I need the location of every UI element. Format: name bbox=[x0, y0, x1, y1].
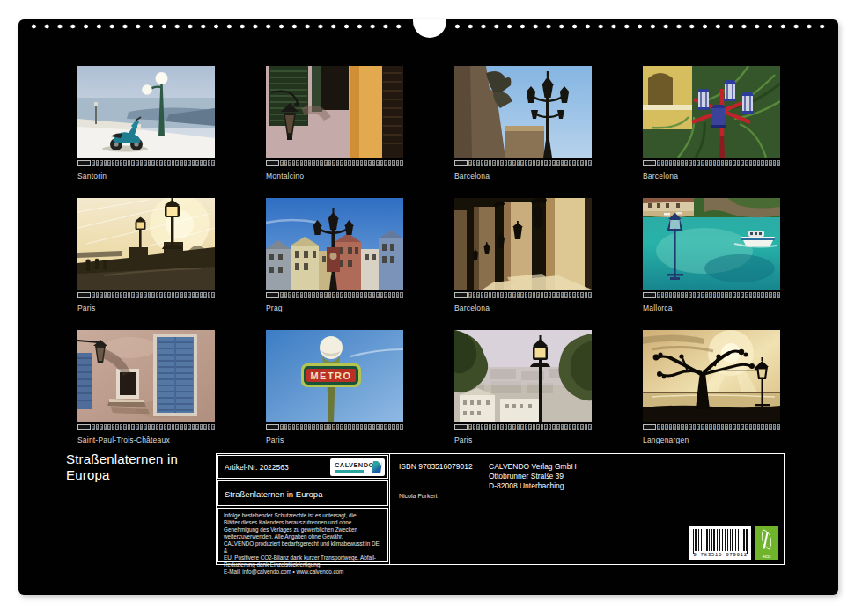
mini-calendar-day: 27 bbox=[384, 292, 387, 298]
mini-calendar-day: 10 bbox=[693, 160, 697, 166]
mini-calendar-day: 4 bbox=[481, 424, 484, 430]
mini-calendar-day: 1 bbox=[280, 292, 284, 298]
mini-calendar-day: 27 bbox=[195, 160, 199, 166]
mini-calendar-day: 19 bbox=[541, 160, 544, 166]
mini-calendar-day: 7 bbox=[492, 424, 496, 430]
mini-calendar-day: 4 bbox=[481, 292, 484, 298]
mini-calendar-day: 11 bbox=[508, 292, 512, 298]
mini-calendar-day: 22 bbox=[741, 292, 744, 298]
mini-calendar-month-box bbox=[266, 292, 279, 298]
mini-calendar-day: 6 bbox=[489, 424, 492, 430]
mini-calendar-day: 23 bbox=[180, 160, 183, 166]
mini-calendar-day: 22 bbox=[552, 292, 556, 298]
mini-calendar-day: 26 bbox=[757, 292, 761, 298]
mini-calendar-day: 18 bbox=[348, 292, 351, 298]
mini-calendar-day: 15 bbox=[525, 160, 528, 166]
mini-calendar-day: 31 bbox=[400, 292, 403, 298]
mini-calendar-day: 13 bbox=[705, 424, 709, 430]
mini-calendar-day: 14 bbox=[520, 292, 524, 298]
mini-calendar-day: 14 bbox=[144, 160, 147, 166]
mini-calendar: 1234567891011121314151617181920212223242… bbox=[643, 160, 780, 166]
mini-calendar-day: 13 bbox=[328, 424, 332, 430]
mini-calendar-day: 28 bbox=[765, 160, 769, 166]
mini-calendar-day: 28 bbox=[577, 424, 580, 430]
mini-calendar-day: 22 bbox=[175, 424, 179, 430]
mini-calendar-day: 9 bbox=[689, 424, 692, 430]
eco-label: eco bbox=[755, 554, 778, 559]
mini-calendar-day: 26 bbox=[757, 424, 761, 430]
mini-calendar-day: 21 bbox=[360, 160, 364, 166]
mini-calendar-day: 24 bbox=[749, 424, 753, 430]
mini-calendar: 1234567891011121314151617181920212223242… bbox=[77, 424, 215, 430]
mini-calendar-day: 4 bbox=[292, 424, 296, 430]
ean-barcode: 9 783516 079012 bbox=[689, 526, 751, 560]
mini-calendar-day: 7 bbox=[681, 292, 684, 298]
mini-calendar-day: 4 bbox=[292, 292, 296, 298]
mini-calendar-day: 13 bbox=[705, 160, 709, 166]
mini-calendar-day: 11 bbox=[320, 160, 323, 166]
mini-calendar-day: 24 bbox=[561, 424, 564, 430]
mini-calendar-day: 29 bbox=[580, 292, 584, 298]
mini-calendar-day: 10 bbox=[505, 292, 508, 298]
mini-calendar-day: 22 bbox=[741, 424, 744, 430]
mini-calendar-day: 20 bbox=[733, 424, 736, 430]
mini-calendar-day: 31 bbox=[588, 424, 592, 430]
mini-calendar-day: 29 bbox=[580, 160, 584, 166]
mini-calendar-day: 27 bbox=[761, 292, 764, 298]
mini-calendar-day: 14 bbox=[332, 160, 335, 166]
mini-calendar-day: 19 bbox=[164, 424, 167, 430]
mini-calendar-day: 10 bbox=[128, 160, 131, 166]
mini-calendar-day: 26 bbox=[192, 424, 195, 430]
mini-calendar-day: 9 bbox=[123, 292, 127, 298]
mini-calendar-day: 6 bbox=[112, 424, 115, 430]
mini-calendar-month-box bbox=[643, 424, 656, 430]
mini-calendar-day: 17 bbox=[156, 160, 159, 166]
product-title: Straßenlaternen in Europa bbox=[225, 489, 322, 499]
mini-calendar-day: 28 bbox=[577, 160, 580, 166]
mini-calendar-day: 25 bbox=[188, 292, 191, 298]
mini-calendar-day: 18 bbox=[725, 424, 728, 430]
mini-calendar-day: 21 bbox=[737, 292, 741, 298]
mini-calendar-day: 24 bbox=[184, 292, 188, 298]
mini-calendar-day: 5 bbox=[484, 160, 488, 166]
eco-logo: eco bbox=[755, 526, 778, 560]
mini-calendar-day: 11 bbox=[697, 424, 700, 430]
mini-calendar-day: 16 bbox=[340, 424, 343, 430]
mini-calendar-day: 29 bbox=[392, 424, 395, 430]
mini-calendar-day: 4 bbox=[669, 160, 673, 166]
mini-calendar-day: 3 bbox=[476, 292, 480, 298]
mini-calendar-day: 1 bbox=[280, 424, 284, 430]
mini-calendar-day: 21 bbox=[549, 292, 552, 298]
calvendo-calendar-icon bbox=[372, 461, 382, 473]
mini-calendar-day: 7 bbox=[304, 160, 307, 166]
mini-calendar-day: 13 bbox=[705, 292, 709, 298]
mini-calendar-day: 6 bbox=[300, 160, 304, 166]
mini-calendar-day: 17 bbox=[156, 424, 159, 430]
mini-calendar-day: 24 bbox=[184, 424, 188, 430]
mini-calendar-day: 1 bbox=[92, 292, 95, 298]
mini-calendar-day: 13 bbox=[328, 160, 332, 166]
mini-calendar-day: 22 bbox=[364, 292, 367, 298]
mini-calendar-day: 21 bbox=[737, 160, 741, 166]
mini-calendar-day: 11 bbox=[508, 160, 512, 166]
legal-text: Infolge bestehender Schutzrechte ist es … bbox=[224, 512, 384, 576]
mini-calendar-month-box bbox=[266, 424, 279, 430]
mini-calendar-day: 26 bbox=[380, 160, 384, 166]
info-right-column: 9 783516 079012 eco bbox=[602, 454, 784, 564]
mini-calendar-day: 23 bbox=[745, 424, 748, 430]
mini-calendar-day: 20 bbox=[733, 292, 736, 298]
mini-calendar-day: 12 bbox=[324, 292, 328, 298]
mini-calendar-day: 2 bbox=[96, 160, 100, 166]
mini-calendar-day: 16 bbox=[151, 292, 155, 298]
mini-calendar-day: 1 bbox=[92, 424, 95, 430]
mini-calendar-day: 22 bbox=[364, 424, 367, 430]
mini-calendar-day: 9 bbox=[312, 424, 315, 430]
mini-calendar-day: 24 bbox=[372, 424, 376, 430]
barcode-digits: 9 783516 079012 bbox=[689, 552, 751, 558]
mini-calendar-day: 18 bbox=[159, 292, 163, 298]
mini-calendar-day: 17 bbox=[156, 292, 159, 298]
thumbnail-barcelona-monument: 1234567891011121314151617181920212223242… bbox=[454, 66, 592, 180]
mini-calendar-day: 25 bbox=[376, 424, 380, 430]
mini-calendar-day: 5 bbox=[296, 292, 299, 298]
mini-calendar-day: 28 bbox=[765, 292, 769, 298]
